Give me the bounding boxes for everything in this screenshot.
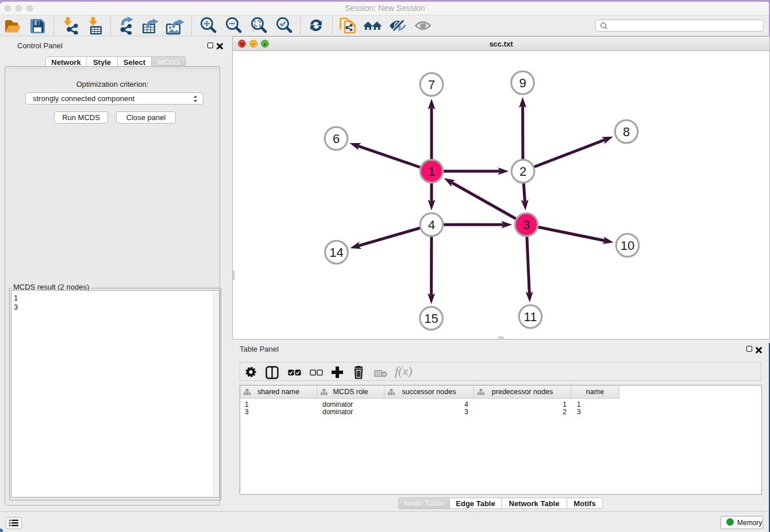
svg-text:6: 6	[333, 132, 340, 146]
svg-text:14: 14	[329, 245, 343, 260]
svg-text:8: 8	[623, 125, 630, 139]
svg-text:3: 3	[523, 218, 530, 232]
svg-text:7: 7	[428, 78, 435, 92]
svg-text:4: 4	[428, 218, 435, 232]
svg-text:11: 11	[524, 310, 537, 324]
svg-text:15: 15	[424, 311, 438, 326]
svg-text:2: 2	[519, 164, 526, 179]
svg-text:10: 10	[621, 238, 634, 253]
svg-text:9: 9	[519, 76, 526, 90]
svg-text:1: 1	[428, 164, 435, 179]
